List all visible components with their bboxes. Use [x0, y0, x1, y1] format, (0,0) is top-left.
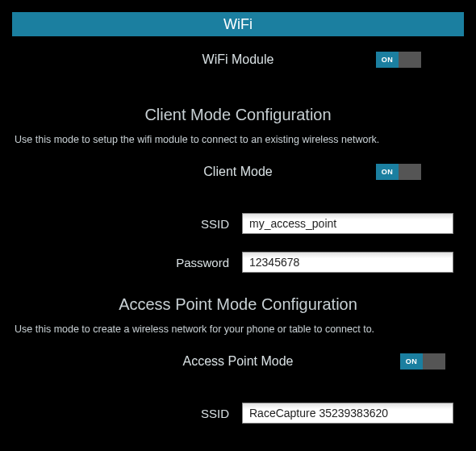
toggle-on-text: ON	[376, 52, 399, 68]
ap-ssid-input[interactable]	[242, 403, 453, 424]
toggle-on-text: ON	[376, 164, 399, 180]
toggle-knob	[423, 353, 445, 370]
client-mode-toggle[interactable]: ON	[376, 164, 421, 180]
page-header: WiFi	[12, 12, 464, 36]
toggle-knob	[399, 164, 421, 180]
ap-ssid-label: SSID	[0, 407, 242, 420]
wifi-module-label: WiFi Module	[93, 52, 383, 67]
ap-mode-toggle-label: Access Point Mode	[93, 354, 383, 369]
ap-mode-section-title: Access Point Mode Configuration	[0, 295, 476, 314]
wifi-module-toggle[interactable]: ON	[376, 52, 421, 68]
client-mode-section-title: Client Mode Configuration	[0, 106, 476, 124]
client-mode-toggle-label: Client Mode	[93, 165, 383, 179]
toggle-knob	[399, 52, 421, 68]
client-password-label: Password	[0, 256, 242, 269]
client-ssid-input[interactable]	[242, 213, 453, 234]
client-ssid-label: SSID	[0, 217, 242, 231]
client-password-input[interactable]	[242, 252, 453, 273]
toggle-on-text: ON	[400, 353, 423, 370]
ap-mode-toggle[interactable]: ON	[400, 353, 445, 370]
client-mode-description: Use this mode to setup the wifi module t…	[15, 134, 476, 145]
ap-mode-description: Use this mode to create a wireless netwo…	[15, 324, 476, 335]
page-title: WiFi	[223, 16, 253, 32]
